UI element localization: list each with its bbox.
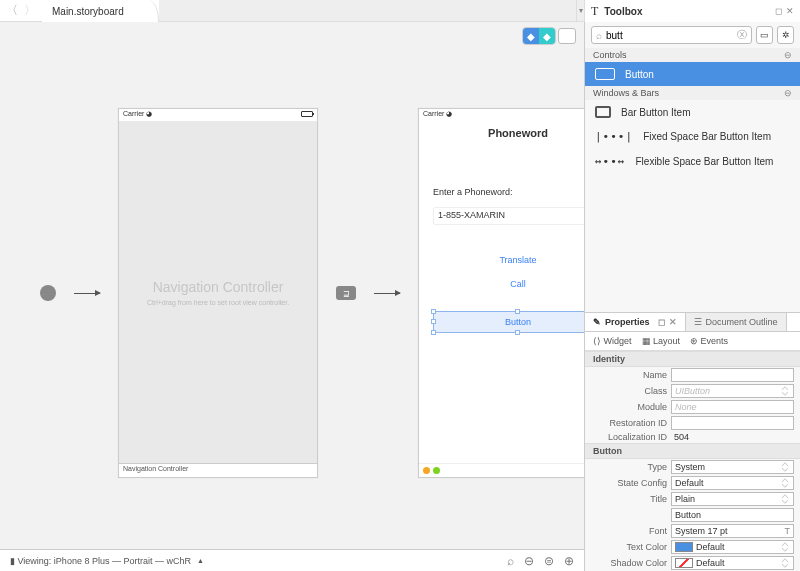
document-tab[interactable]: Main.storyboard (42, 0, 159, 22)
outline-toggle-button[interactable] (558, 28, 576, 44)
phoneword-label[interactable]: Enter a Phoneword: (433, 187, 584, 197)
phoneword-textfield[interactable]: 1-855-XAMARIN (433, 207, 584, 225)
carrier-label: Carrier ◕ (123, 110, 152, 120)
panel-popout-icon[interactable]: ◻ (658, 317, 665, 327)
panel-close-icon[interactable]: ✕ (786, 6, 794, 16)
initial-scene-indicator[interactable] (40, 285, 56, 301)
toolbox-panel-header: T Toolbox ◻ ✕ (584, 0, 800, 22)
tab-document-outline[interactable]: ☰ Document Outline (686, 313, 787, 331)
nav-controller-title: Navigation Controller (153, 279, 284, 295)
toolbox-item-fixed-space[interactable]: |•••| Fixed Space Bar Button Item (585, 124, 800, 149)
carrier-label: Carrier ◕ (423, 110, 452, 120)
color-swatch (675, 542, 693, 552)
identity-name-field[interactable] (671, 368, 794, 382)
identity-localization-value: 504 (671, 432, 794, 442)
nav-back-icon[interactable]: 〈 (6, 2, 18, 19)
outline-icon: ☰ (694, 317, 702, 327)
battery-icon (301, 111, 313, 117)
tab-properties[interactable]: ✎ Properties ◻ ✕ (585, 313, 686, 331)
toolbox-item-bar-button[interactable]: Bar Button Item (585, 100, 800, 124)
subtab-widget[interactable]: ⟨⟩ Widget (593, 336, 632, 346)
design-mode-toggle[interactable]: ◆ ◆ (522, 27, 556, 45)
panel-close-icon[interactable]: ✕ (669, 317, 677, 327)
toolbox-item-button[interactable]: Button (585, 62, 800, 86)
subtab-layout[interactable]: ▦ Layout (642, 336, 681, 346)
zoom-in-icon[interactable]: ⊕ (564, 554, 574, 568)
scene-footer-label: Navigation Controller (119, 463, 317, 477)
zoom-actual-icon[interactable]: ⊜ (544, 554, 554, 568)
toolbox-group-controls[interactable]: Controls⊖ (585, 48, 800, 62)
zoom-fit-icon[interactable]: ⌕ (507, 554, 514, 568)
tab-strip (159, 0, 576, 21)
segue-arrow (374, 293, 400, 294)
toolbox-settings-icon[interactable]: ✲ (777, 26, 794, 44)
navbar-title[interactable]: Phoneword (419, 121, 584, 145)
button-font-field[interactable]: System 17 ptT (671, 524, 794, 538)
page-indicator-icon: ▮ (10, 556, 15, 566)
identity-restoration-field[interactable] (671, 416, 794, 430)
collapse-icon: ⊖ (784, 88, 792, 98)
panel-toggle-icon[interactable]: ▾ (576, 0, 584, 21)
toolbox-group-windows-bars[interactable]: Windows & Bars⊖ (585, 86, 800, 100)
collapse-icon: ⊖ (784, 50, 792, 60)
section-button: Button (585, 443, 800, 459)
identity-class-field[interactable]: UIButton (671, 384, 794, 398)
zoom-out-icon[interactable]: ⊖ (524, 554, 534, 568)
nav-fwd-icon[interactable]: 〉 (24, 2, 36, 19)
vc-icon[interactable] (423, 467, 430, 474)
flexible-space-icon: ↔••↔ (595, 155, 626, 168)
navigation-controller-scene[interactable]: Carrier ◕ Navigation Controller Ctrl+dra… (118, 108, 318, 478)
button-state-field[interactable]: Default (671, 476, 794, 490)
design-icon: ◆ (523, 28, 539, 44)
toolbox-title: Toolbox (604, 6, 642, 17)
button-title-mode-field[interactable]: Plain (671, 492, 794, 506)
subtab-events[interactable]: ⊛ Events (690, 336, 728, 346)
selected-button[interactable]: Button (433, 311, 584, 333)
search-icon: ⌕ (596, 30, 602, 41)
search-input[interactable] (606, 30, 733, 41)
fixed-space-icon: |•••| (595, 130, 633, 143)
identity-module-field[interactable]: None (671, 400, 794, 414)
scene-dock[interactable] (419, 463, 584, 477)
segue-relationship-icon[interactable]: ⊒ (336, 286, 356, 300)
tab-title: Main.storyboard (52, 6, 124, 17)
segue-arrow (74, 293, 100, 294)
bar-button-icon (595, 106, 611, 118)
button-title-text-field[interactable]: Button (671, 508, 794, 522)
view-controller-scene[interactable]: Carrier ◕ Phoneword Enter a Phoneword: 1… (418, 108, 584, 478)
wifi-icon: ◕ (446, 110, 452, 117)
status-dropdown-icon[interactable]: ▲ (197, 557, 204, 564)
toolbox-icon: T (591, 4, 598, 19)
first-responder-icon[interactable] (433, 467, 440, 474)
clear-search-icon[interactable]: ⓧ (737, 28, 747, 42)
toolbox-search[interactable]: ⌕ ⓧ (591, 26, 752, 44)
viewing-status[interactable]: Viewing: iPhone 8 Plus — Portrait — wChR (18, 556, 191, 566)
nav-controller-hint: Ctrl+drag from here to set root view con… (147, 299, 289, 306)
toolbox-view-mode[interactable]: ▭ (756, 26, 773, 44)
button-shadowcolor-field[interactable]: Default (671, 556, 794, 570)
storyboard-canvas[interactable]: Carrier ◕ Navigation Controller Ctrl+dra… (0, 50, 584, 549)
button-textcolor-field[interactable]: Default (671, 540, 794, 554)
toolbox-item-flexible-space[interactable]: ↔••↔ Flexible Space Bar Button Item (585, 149, 800, 174)
panel-popout-icon[interactable]: ◻ (775, 6, 782, 16)
wifi-icon: ◕ (146, 110, 152, 117)
section-identity: Identity (585, 351, 800, 367)
wrench-icon: ✎ (593, 317, 601, 327)
button-type-field[interactable]: System (671, 460, 794, 474)
button-icon (595, 68, 615, 80)
constraints-icon: ◆ (539, 28, 555, 44)
selected-button-label: Button (505, 317, 531, 327)
call-button[interactable]: Call (433, 279, 584, 289)
translate-button[interactable]: Translate (433, 255, 584, 265)
color-swatch (675, 558, 693, 568)
